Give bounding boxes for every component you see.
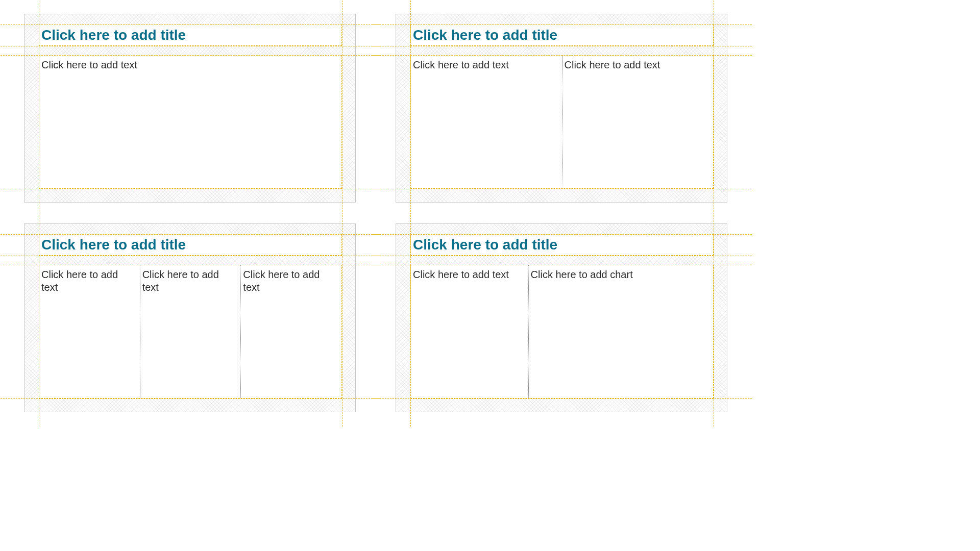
content-placeholder: Click here to add text Click here to add… bbox=[410, 265, 714, 398]
content-placeholder: Click here to add text bbox=[39, 55, 342, 189]
title-placeholder[interactable]: Click here to add title bbox=[39, 24, 342, 46]
text-placeholder[interactable]: Click here to add text bbox=[39, 56, 341, 188]
text-placeholder[interactable]: Click here to add text bbox=[140, 265, 241, 398]
chart-placeholder[interactable]: Click here to add chart bbox=[528, 265, 713, 398]
title-placeholder[interactable]: Click here to add title bbox=[410, 24, 714, 46]
slide-layout-3: Click here to add title Click here to ad… bbox=[24, 223, 356, 412]
slide-layout-2: Click here to add title Click here to ad… bbox=[396, 14, 727, 203]
text-placeholder[interactable]: Click here to add text bbox=[411, 56, 562, 188]
text-placeholder[interactable]: Click here to add text bbox=[39, 265, 140, 398]
text-placeholder[interactable]: Click here to add text bbox=[562, 56, 714, 188]
text-placeholder[interactable]: Click here to add text bbox=[240, 265, 341, 398]
text-placeholder[interactable]: Click here to add text bbox=[411, 265, 528, 398]
content-placeholder: Click here to add text Click here to add… bbox=[39, 265, 342, 398]
slide-layout-4: Click here to add title Click here to ad… bbox=[396, 223, 727, 412]
slide-layout-1: Click here to add title Click here to ad… bbox=[24, 14, 356, 203]
title-placeholder[interactable]: Click here to add title bbox=[39, 234, 342, 256]
content-placeholder: Click here to add text Click here to add… bbox=[410, 55, 714, 189]
title-placeholder[interactable]: Click here to add title bbox=[410, 234, 714, 256]
